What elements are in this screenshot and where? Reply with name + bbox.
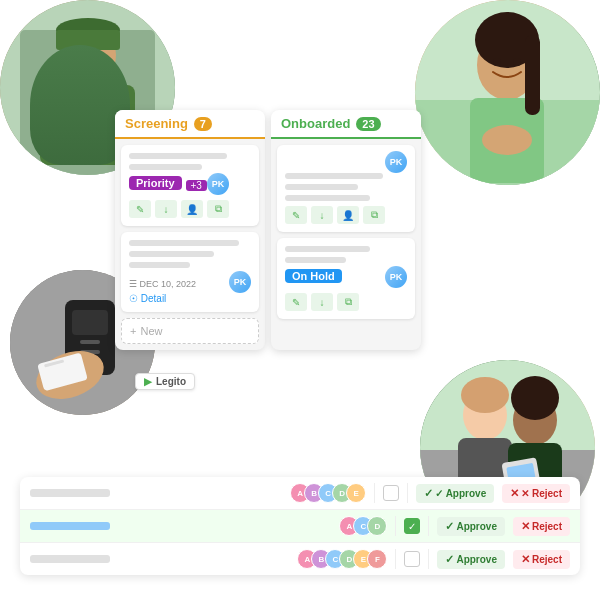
ob-share-icon[interactable]: ⧉ [363, 206, 385, 224]
checkbox-2[interactable]: ✓ [404, 518, 420, 534]
card-line-3 [129, 240, 239, 246]
approve-checkmark-3: ✓ [445, 553, 454, 566]
checkbox-1[interactable] [383, 485, 399, 501]
screening-card-2: ☰ DEC 10, 2022 PK ☉ Detail [121, 232, 259, 312]
approve-button-2[interactable]: ✓ Approve [437, 517, 505, 536]
reject-button-1[interactable]: ✕ ✕ Reject [502, 484, 570, 503]
edit-icon[interactable]: ✎ [129, 200, 151, 218]
screening-header: Screening 7 [115, 110, 265, 139]
svg-point-15 [493, 58, 501, 66]
reject-button-2[interactable]: ✕ Reject [513, 517, 570, 536]
svg-rect-6 [52, 95, 122, 150]
ob-card-actions-2: ✎ ↓ ⧉ [285, 293, 407, 311]
reject-button-3[interactable]: ✕ Reject [513, 550, 570, 569]
priority-tag: Priority [129, 176, 182, 190]
onboarded-card-1: PK ✎ ↓ 👤 ⧉ [277, 145, 415, 232]
reject-label-2: Reject [532, 521, 562, 532]
user-add-icon[interactable]: 👤 [181, 200, 203, 218]
new-icon: + [130, 325, 136, 337]
card-line-4 [129, 251, 214, 257]
row-label-1 [30, 489, 110, 497]
row-label-2 [30, 522, 110, 530]
ob-card-actions-1: ✎ ↓ 👤 ⧉ [285, 206, 407, 224]
approve-checkmark-1: ✓ [424, 487, 433, 500]
on-hold-tag: On Hold [285, 269, 342, 283]
share-icon[interactable]: ⧉ [207, 200, 229, 218]
avatar-8: D [367, 516, 387, 536]
woman-photo [415, 0, 600, 185]
onboarded-column: Onboarded 23 PK ✎ ↓ 👤 ⧉ On Hold PK [271, 110, 421, 350]
card-line-5 [129, 262, 190, 268]
ob-download-icon[interactable]: ↓ [311, 206, 333, 224]
pk-avatar-2: PK [229, 271, 251, 293]
divider-2 [407, 483, 408, 503]
reject-x-3: ✕ [521, 553, 530, 566]
ob-card-line-4 [285, 246, 370, 252]
svg-point-34 [511, 376, 559, 420]
svg-rect-22 [80, 340, 100, 344]
pk-avatar-1: PK [207, 173, 229, 195]
approve-label-1: ✓ Approve [435, 488, 486, 499]
avatars-group-2: A C D [339, 516, 387, 536]
screening-title: Screening [125, 116, 188, 131]
reject-label-1: ✕ Reject [521, 488, 562, 499]
screening-badge: 7 [194, 117, 212, 131]
approval-table: A B C D E ✓ ✓ Approve ✕ ✕ Reject A C D ✓… [20, 477, 580, 575]
approve-button-1[interactable]: ✓ ✓ Approve [416, 484, 494, 503]
ob-card-line-3 [285, 195, 370, 201]
svg-point-17 [482, 125, 532, 155]
download-icon[interactable]: ↓ [155, 200, 177, 218]
detail-link[interactable]: ☉ Detail [129, 293, 251, 304]
ob2-download-icon[interactable]: ↓ [311, 293, 333, 311]
ob-card-line-2 [285, 184, 358, 190]
card-actions-1: ✎ ↓ 👤 ⧉ [129, 200, 251, 218]
onboarded-header: Onboarded 23 [271, 110, 421, 139]
card-date: ☰ DEC 10, 2022 [129, 279, 196, 289]
ob2-share-icon[interactable]: ⧉ [337, 293, 359, 311]
ob-user-icon[interactable]: 👤 [337, 206, 359, 224]
svg-rect-14 [525, 35, 540, 115]
divider-3 [395, 516, 396, 536]
screening-column: Screening 7 Priority +3 PK ✎ ↓ 👤 ⧉ [115, 110, 265, 350]
ob2-edit-icon[interactable]: ✎ [285, 293, 307, 311]
kanban-board: Screening 7 Priority +3 PK ✎ ↓ 👤 ⧉ [115, 110, 421, 350]
legito-name: Legito [156, 376, 186, 387]
ob-edit-icon[interactable]: ✎ [285, 206, 307, 224]
svg-point-16 [513, 58, 521, 66]
divider-5 [395, 549, 396, 569]
card-line-1 [129, 153, 227, 159]
approve-label-2: Approve [456, 521, 497, 532]
avatar-14: F [367, 549, 387, 569]
ob-card-line-1 [285, 173, 383, 179]
svg-point-31 [461, 377, 509, 413]
legito-watermark: ▶ Legito [135, 373, 195, 390]
svg-rect-21 [72, 310, 108, 335]
new-card-button[interactable]: + New [121, 318, 259, 344]
pk-avatar-3: PK [385, 151, 407, 173]
row-label-3 [30, 555, 110, 563]
checkbox-3[interactable] [404, 551, 420, 567]
onboarded-title: Onboarded [281, 116, 350, 131]
avatar-5: E [346, 483, 366, 503]
reject-label-3: Reject [532, 554, 562, 565]
approve-button-3[interactable]: ✓ Approve [437, 550, 505, 569]
reject-x-2: ✕ [521, 520, 530, 533]
new-label: New [140, 325, 162, 337]
approve-checkmark-2: ✓ [445, 520, 454, 533]
onboarded-card-2: On Hold PK ✎ ↓ ⧉ [277, 238, 415, 319]
divider-1 [374, 483, 375, 503]
onboarded-badge: 23 [356, 117, 380, 131]
approve-label-3: Approve [456, 554, 497, 565]
ob-card-line-5 [285, 257, 346, 263]
pk-avatar-4: PK [385, 266, 407, 288]
legito-logo: ▶ [144, 376, 152, 387]
avatars-group-3: A B C D E F [297, 549, 387, 569]
approval-row-2: A C D ✓ ✓ Approve ✕ Reject [20, 510, 580, 543]
avatars-group-1: A B C D E [290, 483, 366, 503]
screening-card-1: Priority +3 PK ✎ ↓ 👤 ⧉ [121, 145, 259, 226]
divider-4 [428, 516, 429, 536]
divider-6 [428, 549, 429, 569]
svg-rect-5 [56, 30, 120, 50]
plus-count: +3 [186, 180, 207, 191]
reject-x-1: ✕ [510, 487, 519, 500]
